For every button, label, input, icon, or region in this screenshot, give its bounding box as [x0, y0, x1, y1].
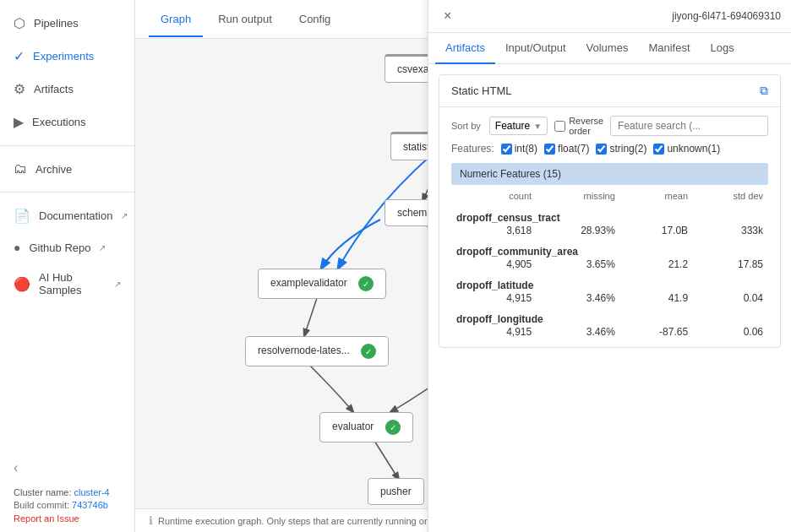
- missing-cell: 3.46%: [537, 325, 620, 339]
- card-title: Static HTML: [451, 84, 512, 97]
- info-icon: ℹ: [149, 514, 153, 527]
- sidebar-item-label: Experiments: [33, 50, 94, 62]
- feature-name: dropoff_community_area: [451, 237, 768, 258]
- status-text: Runtime execution graph. Only steps that…: [158, 516, 466, 526]
- report-issue-link[interactable]: Report an Issue: [14, 513, 79, 524]
- artifacts-icon: ⚙: [14, 81, 25, 97]
- sidebar-item-label: AI Hub Samples: [39, 271, 106, 296]
- overlay-tab-manifest[interactable]: Manifest: [638, 33, 700, 64]
- overlay-run-id: jiyong-6l471-694069310: [672, 10, 781, 22]
- table-row: dropoff_longitude: [451, 305, 768, 325]
- stddev-cell: 0.04: [693, 291, 768, 305]
- card-header: Static HTML ⧉: [439, 75, 780, 107]
- features-label: Features:: [451, 143, 494, 155]
- node-pusher[interactable]: pusher: [368, 478, 424, 505]
- table-row: dropoff_community_area: [451, 237, 768, 258]
- reverse-order-checkbox[interactable]: [554, 121, 565, 132]
- github-icon: ●: [14, 241, 20, 254]
- card-external-link[interactable]: ⧉: [760, 84, 768, 98]
- overlay-tab-volumes[interactable]: Volumes: [576, 33, 639, 64]
- sidebar-item-label: Github Repo: [29, 242, 90, 254]
- th-stddev: std dev: [693, 188, 768, 204]
- sidebar-item-label: Executions: [32, 116, 86, 128]
- count-cell: 3,618: [470, 224, 537, 237]
- count-cell: 4,905: [470, 258, 537, 271]
- sidebar-item-pipelines[interactable]: ⬡ Pipelines: [0, 7, 134, 40]
- count-cell: 4,915: [470, 291, 537, 305]
- feature-unknown-check[interactable]: unknown(1): [653, 143, 720, 155]
- feature-search-input[interactable]: [610, 116, 768, 136]
- feature-string-check[interactable]: string(2): [596, 143, 646, 155]
- external-icon2: ↗: [99, 243, 106, 252]
- th-feature: [451, 188, 470, 204]
- sidebar-item-experiments[interactable]: ✓ Experiments: [0, 40, 134, 73]
- sidebar-divider-2: [0, 192, 134, 193]
- build-commit-link[interactable]: 743746b: [72, 500, 108, 510]
- collapse-sidebar-btn[interactable]: ‹: [14, 460, 18, 475]
- tab-graph[interactable]: Graph: [149, 3, 203, 37]
- node-examplevalidator[interactable]: examplevalidator: [258, 269, 386, 299]
- sort-label: Sort by: [451, 121, 481, 131]
- reverse-order-control: Reverseorder: [554, 116, 603, 136]
- tab-run-output[interactable]: Run output: [206, 3, 284, 37]
- features-table: count missing mean std dev dropoff_censu…: [451, 188, 768, 339]
- cluster-link[interactable]: cluster-4: [74, 487, 110, 497]
- feature-name: dropoff_census_tract: [451, 204, 768, 224]
- table-row: dropoff_latitude: [451, 271, 768, 291]
- sidebar-item-label: Pipelines: [34, 17, 79, 30]
- experiments-icon: ✓: [14, 48, 25, 64]
- stddev-cell: 333k: [693, 224, 768, 237]
- sidebar-item-label: Artifacts: [34, 83, 74, 95]
- sidebar-item-documentation[interactable]: 📄 Documentation ↗: [0, 199, 134, 232]
- mean-cell: 41.9: [620, 291, 693, 305]
- sidebar-bottom: Cluster name: cluster-4 Build commit: 74…: [0, 479, 134, 532]
- table-row: dropoff_census_tract: [451, 204, 768, 224]
- aihub-icon: 🔴: [14, 276, 30, 292]
- sidebar-divider-1: [0, 145, 134, 146]
- executions-icon: ▶: [14, 114, 24, 130]
- sidebar-item-label: Documentation: [39, 209, 112, 222]
- mean-cell: -87.65: [620, 325, 693, 339]
- sidebar-item-executions[interactable]: ▶ Executions: [0, 106, 134, 138]
- overlay-tab-input-output[interactable]: Input/Output: [495, 33, 576, 64]
- sort-dropdown[interactable]: Feature ▼: [489, 117, 548, 135]
- feature-name: dropoff_longitude: [451, 305, 768, 325]
- missing-cell: 3.65%: [537, 258, 620, 271]
- stddev-cell: 0.06: [693, 325, 768, 339]
- overlay-close-button[interactable]: ×: [439, 7, 456, 25]
- th-missing: missing: [537, 188, 620, 204]
- overlay-tab-logs[interactable]: Logs: [701, 33, 745, 64]
- main-content: Graph Run output Config: [135, 0, 791, 532]
- tab-config[interactable]: Config: [287, 3, 343, 37]
- static-html-card: Static HTML ⧉ Sort by Feature ▼ Reverseo…: [439, 74, 781, 348]
- sidebar-item-aihub[interactable]: 🔴 AI Hub Samples ↗: [0, 263, 134, 305]
- mean-cell: 21.2: [620, 258, 693, 271]
- sidebar-item-artifacts[interactable]: ⚙ Artifacts: [0, 73, 134, 106]
- features-row: Features: int(8) float(7) string(2): [451, 143, 768, 155]
- pipeline-icon: ⬡: [14, 15, 25, 31]
- feature-float-check[interactable]: float(7): [544, 143, 589, 155]
- table-data-row: 4,915 3.46% 41.9 0.04: [451, 291, 768, 305]
- sidebar-item-archive[interactable]: 🗂 Archive: [0, 153, 134, 185]
- sidebar-item-github[interactable]: ● Github Repo ↗: [0, 232, 134, 263]
- node-resolvernode[interactable]: resolvernode-lates...: [245, 336, 389, 366]
- doc-icon: 📄: [14, 208, 30, 224]
- sort-chevron-icon: ▼: [533, 122, 542, 131]
- sidebar: ⬡ Pipelines ✓ Experiments ⚙ Artifacts ▶ …: [0, 0, 135, 532]
- node-evaluator[interactable]: evaluator: [319, 412, 413, 442]
- table-data-row: 4,915 3.46% -87.65 0.06: [451, 325, 768, 339]
- feature-int-check[interactable]: int(8): [501, 143, 537, 155]
- feature-name: dropoff_latitude: [451, 271, 768, 291]
- count-cell: 4,915: [470, 325, 537, 339]
- stddev-cell: 17.85: [693, 258, 768, 271]
- mean-cell: 17.0B: [620, 224, 693, 237]
- missing-cell: 3.46%: [537, 291, 620, 305]
- external-icon3: ↗: [114, 280, 121, 289]
- feature-controls: Sort by Feature ▼ Reverseorder Features:: [439, 107, 780, 163]
- overlay-tab-artifacts[interactable]: Artifacts: [435, 33, 495, 64]
- overlay-tabs: Artifacts Input/Output Volumes Manifest …: [428, 33, 791, 64]
- table-data-row: 3,618 28.93% 17.0B 333k: [451, 224, 768, 237]
- sort-value: Feature: [495, 120, 530, 132]
- overlay-panel: × jiyong-6l471-694069310 Artifacts Input…: [428, 0, 791, 532]
- sidebar-item-label: Archive: [35, 163, 72, 176]
